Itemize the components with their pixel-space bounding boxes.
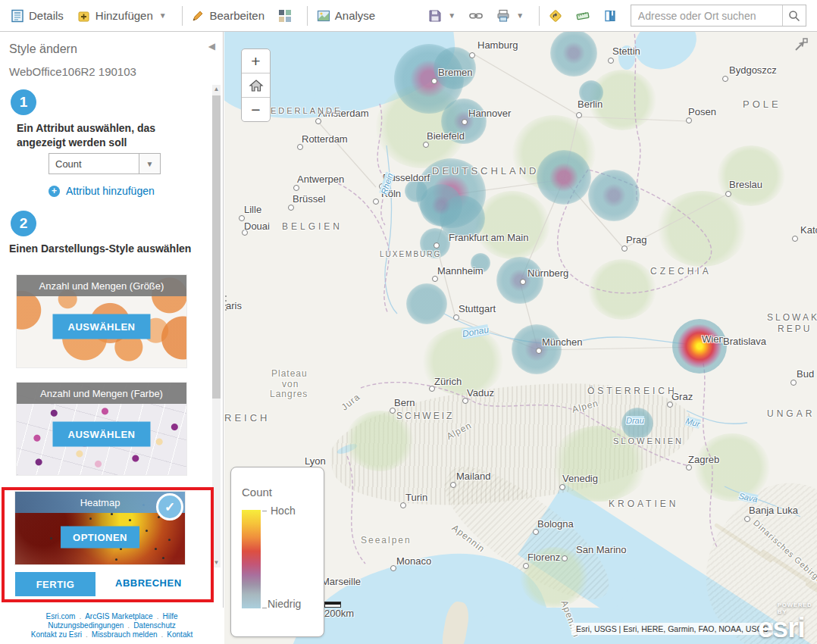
map-label: Bratislava — [723, 336, 766, 347]
home-button[interactable] — [242, 73, 270, 98]
chevron-down-icon[interactable]: ▼ — [139, 154, 160, 174]
heat-blob — [420, 184, 462, 227]
map-label: Plateau — [271, 368, 308, 379]
map-label: Monaco — [396, 555, 431, 567]
save-button[interactable]: ▼ — [428, 9, 455, 23]
map-label: Bologna — [537, 518, 574, 530]
map-label: Zürich — [434, 376, 462, 387]
map-label: aris — [226, 300, 242, 311]
map-canvas[interactable]: HamburgStettinBydgoszczBerlinPosenBremen… — [224, 32, 817, 644]
search-input[interactable] — [631, 10, 782, 22]
map-label: San Marino — [576, 544, 626, 555]
add-layer-icon — [77, 9, 91, 23]
details-button[interactable]: Details — [11, 9, 64, 23]
scroll-up-icon[interactable]: ▲ — [212, 85, 221, 94]
city-marker — [462, 119, 468, 125]
esri-wordmark: esri — [758, 615, 817, 640]
legend-card: Count Hoch Niedrig — [230, 467, 324, 637]
directions-button[interactable] — [549, 9, 562, 23]
city-marker — [453, 314, 459, 320]
map-label: REICH — [224, 412, 270, 424]
attribute-select[interactable]: Count ▼ — [49, 153, 161, 174]
footer-row: Nutzungsbedingungen.Datenschutz — [0, 621, 224, 630]
cancel-button[interactable]: ABBRECHEN — [115, 577, 182, 589]
map-label: Florenz — [527, 552, 560, 563]
footer-links: Esri.com.ArcGIS Marketplace.HilfeNutzung… — [0, 608, 224, 644]
step-1-label: Ein Attribut auswählen, das angezeigt we… — [17, 121, 176, 150]
city-marker — [462, 398, 468, 404]
scale-bar-graphic — [324, 602, 341, 608]
edit-button[interactable]: Bearbeiten — [191, 9, 265, 23]
city-marker — [536, 348, 542, 354]
select-style-button[interactable]: AUSWÄHLEN — [53, 314, 151, 339]
map-label: Seealpen — [361, 535, 412, 546]
map-label: Hamburg — [477, 39, 518, 51]
done-button[interactable]: FERTIG — [15, 572, 95, 596]
city-marker — [373, 199, 379, 205]
city-marker — [431, 78, 437, 84]
basemap-button[interactable] — [278, 9, 292, 23]
attribute-select-value: Count — [49, 158, 139, 170]
print-button[interactable]: ▼ — [496, 9, 524, 23]
footer-link[interactable]: Kontakt zu Esri — [31, 630, 82, 639]
city-marker — [533, 529, 539, 535]
footer-link[interactable]: Nutzungsbedingungen — [48, 621, 124, 630]
map-label: DEUTSCHLAND — [432, 165, 540, 177]
bookmarks-button[interactable] — [603, 9, 617, 23]
heat-blob — [588, 170, 640, 221]
map-label: Vaduz — [467, 387, 494, 399]
city-marker — [315, 118, 321, 124]
search-box — [631, 5, 806, 27]
add-button[interactable]: Hinzufügen ▼ — [77, 9, 167, 23]
modify-map-icon[interactable] — [793, 36, 809, 56]
search-button[interactable] — [782, 5, 806, 26]
map-label: Antwerpen — [297, 174, 344, 185]
share-link-button[interactable] — [469, 9, 483, 23]
map-label: Rotterdam — [302, 133, 348, 145]
city-marker — [559, 484, 565, 490]
city-marker — [523, 563, 529, 569]
footer-link[interactable]: Esri.com — [46, 612, 76, 621]
legend-gradient-bar — [242, 510, 261, 608]
city-marker — [450, 482, 456, 488]
map-label: Lille — [244, 204, 261, 215]
footer-link[interactable]: Hilfe — [162, 612, 177, 621]
print-caret-icon: ▼ — [516, 11, 524, 20]
add-attribute-link[interactable]: + Attribut hinzufügen — [49, 185, 155, 197]
city-marker — [792, 236, 798, 242]
city-marker — [608, 58, 614, 64]
heat-blob — [406, 283, 447, 324]
map-label: Mailand — [456, 470, 491, 482]
footer-link[interactable]: Kontakt — [167, 630, 193, 639]
footer-link[interactable]: ArcGIS Marketplace — [85, 612, 152, 621]
map-label: KROATIEN — [609, 499, 678, 509]
panel-resize-handle[interactable] — [224, 295, 228, 315]
map-label: SLOWENIEN — [613, 436, 684, 445]
city-marker — [686, 464, 692, 470]
style-card-counts-size: Anzahl und Mengen (Größe) AUSWÄHLEN — [17, 275, 186, 367]
map-label: Wien — [702, 333, 725, 345]
map-label: Turin — [405, 492, 427, 503]
step-2-label: Einen Darstellungs-Style auswählen — [9, 242, 206, 255]
city-marker — [621, 245, 628, 252]
zoom-in-button[interactable]: + — [242, 49, 270, 73]
map-label: Venedig — [562, 473, 598, 484]
scrollbar-thumb[interactable] — [212, 95, 221, 399]
analyse-button[interactable]: Analyse — [317, 9, 375, 23]
plus-icon: + — [49, 186, 60, 197]
map-label: Breslau — [729, 179, 762, 190]
footer-separator: . — [127, 621, 130, 630]
footer-link[interactable]: Datenschutz — [133, 621, 176, 630]
collapse-panel-icon[interactable]: ◀ — [208, 41, 215, 52]
edit-label: Bearbeiten — [209, 9, 265, 22]
scale-bar: 200km — [324, 602, 354, 619]
footer-link[interactable]: Missbrauch melden — [92, 630, 158, 639]
map-label: Brüssel — [293, 193, 325, 205]
zoom-out-button[interactable]: − — [242, 98, 270, 121]
measure-button[interactable] — [576, 9, 590, 23]
style-card-title: Anzahl und Mengen (Farbe) — [17, 383, 186, 404]
app-window: Details Hinzufügen ▼ Bearbeiten Analyse … — [0, 0, 817, 644]
city-marker — [400, 502, 406, 508]
select-style-button[interactable]: AUSWÄHLEN — [53, 422, 151, 447]
city-marker — [722, 76, 728, 82]
